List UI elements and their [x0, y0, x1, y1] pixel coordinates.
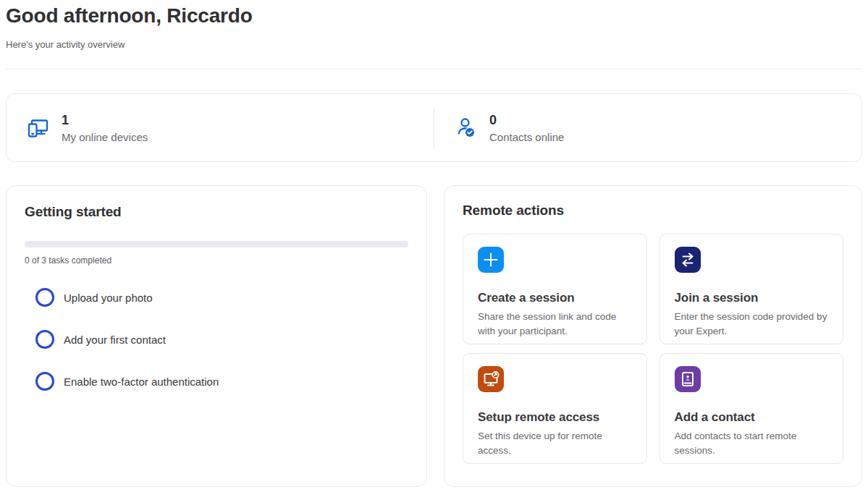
task-add-first-contact[interactable]: Add your first contact	[35, 330, 408, 349]
create-session-tile[interactable]: Create a session Share the session link …	[463, 234, 647, 344]
contact-book-icon	[675, 366, 701, 392]
page-header: Good afternoon, Riccardo Here's your act…	[6, 0, 862, 69]
page-title: Good afternoon, Riccardo	[6, 0, 862, 27]
getting-started-card: Getting started 0 of 3 tasks completed U…	[6, 185, 427, 487]
join-session-tile[interactable]: Join a session Enter the session code pr…	[660, 234, 844, 344]
stat-contacts-online[interactable]: 0 Contacts online	[434, 94, 861, 161]
tile-description: Add contacts to start remote sessions.	[675, 429, 829, 458]
remote-actions-title: Remote actions	[463, 203, 843, 219]
stats-card: 1 My online devices 0 Contacts online	[6, 93, 862, 162]
task-label: Add your first contact	[64, 334, 166, 346]
dashboard-page: Good afternoon, Riccardo Here's your act…	[0, 0, 868, 487]
task-label: Enable two-factor authentication	[64, 376, 219, 388]
header-divider	[6, 69, 862, 69]
tile-description: Enter the session code provided by your …	[675, 310, 829, 339]
task-checkbox-icon[interactable]	[35, 288, 54, 307]
getting-started-title: Getting started	[25, 204, 408, 220]
stat-online-devices[interactable]: 1 My online devices	[7, 94, 434, 161]
contacts-online-icon	[453, 115, 479, 141]
contacts-online-count: 0	[489, 113, 564, 128]
task-upload-photo[interactable]: Upload your photo	[35, 288, 408, 307]
task-enable-two-factor[interactable]: Enable two-factor authentication	[35, 372, 408, 391]
contacts-online-label: Contacts online	[489, 131, 564, 143]
tile-description: Set this device up for remote access.	[478, 429, 632, 458]
devices-icon	[25, 115, 51, 141]
remote-monitor-icon	[478, 366, 504, 392]
tile-title: Create a session	[478, 291, 632, 305]
task-list: Upload your photo Add your first contact…	[25, 288, 408, 391]
setup-remote-access-tile[interactable]: Setup remote access Set this device up f…	[463, 353, 647, 464]
progress-bar	[25, 241, 408, 247]
remote-actions-grid: Create a session Share the session link …	[463, 234, 843, 464]
cards-row: Getting started 0 of 3 tasks completed U…	[6, 185, 862, 487]
remote-actions-card: Remote actions Create a session Share th…	[444, 185, 862, 487]
task-checkbox-icon[interactable]	[35, 330, 54, 349]
task-checkbox-icon[interactable]	[35, 372, 54, 391]
task-label: Upload your photo	[64, 292, 153, 304]
online-devices-count: 1	[62, 113, 148, 128]
progress-caption: 0 of 3 tasks completed	[25, 255, 408, 266]
tile-title: Add a contact	[675, 410, 829, 425]
add-contact-tile[interactable]: Add a contact Add contacts to start remo…	[660, 353, 844, 464]
plus-icon	[478, 247, 504, 273]
swap-arrows-icon	[675, 247, 701, 273]
page-subtitle: Here's your activity overview	[6, 39, 862, 50]
tile-title: Join a session	[675, 291, 829, 305]
tile-description: Share the session link and code with you…	[478, 310, 632, 339]
tile-title: Setup remote access	[478, 410, 632, 425]
online-devices-label: My online devices	[62, 131, 148, 143]
